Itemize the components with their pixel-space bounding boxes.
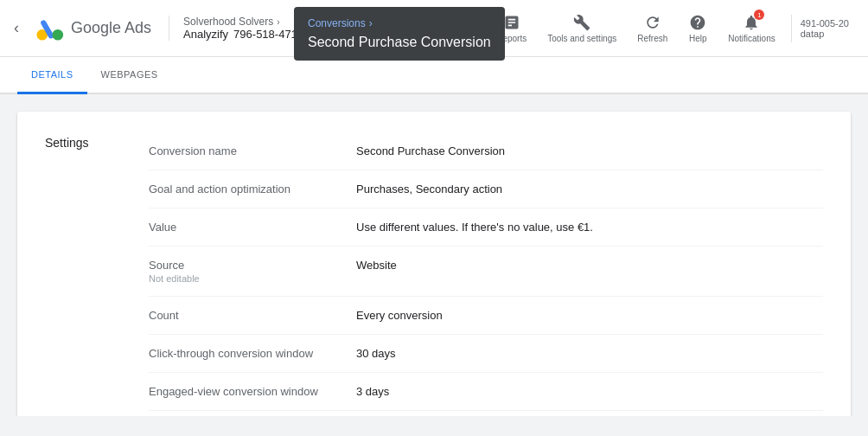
table-row: Conversion name Second Purchase Conversi… — [149, 132, 823, 170]
row-value-count: Every conversion — [356, 309, 823, 322]
row-key-count: Count — [149, 309, 356, 322]
google-ads-icon — [33, 13, 64, 44]
table-row: Count Every conversion — [149, 297, 823, 335]
row-key-conversion-name: Conversion name — [149, 144, 356, 157]
table-row: Source Not editable Website — [149, 247, 823, 297]
table-row: Goal and action optimization Purchases, … — [149, 170, 823, 208]
tools-label: Tools and settings — [547, 34, 616, 43]
app-title: Google Ads — [71, 19, 151, 37]
reports-icon — [502, 13, 521, 32]
table-row: View-through conversion window 1 day — [149, 411, 823, 416]
row-key-value: Value — [149, 221, 356, 234]
row-value-conversion-name: Second Purchase Conversion — [356, 144, 823, 157]
back-button[interactable]: ‹ — [10, 16, 22, 41]
notifications-icon: 1 — [742, 13, 761, 32]
notifications-label: Notifications — [728, 34, 775, 43]
notifications-nav-item[interactable]: 1 Notifications — [719, 8, 783, 48]
account-number: 491-005-20datap — [801, 18, 849, 39]
row-value-source: Website — [356, 259, 823, 272]
breadcrumb-current-page: Second Purchase Conversion — [308, 35, 491, 50]
top-nav: ‹ Google Ads Solverhood Solvers › Analyz… — [0, 0, 868, 57]
refresh-icon — [643, 13, 662, 32]
account-badge: 491-005-20datap — [791, 15, 858, 42]
sub-tabs: DETAILS WEBPAGES — [0, 57, 868, 94]
google-ads-logo: Google Ads — [29, 13, 162, 44]
help-icon — [688, 13, 707, 32]
tab-details[interactable]: DETAILS — [17, 57, 87, 94]
row-value-engaged: 3 days — [356, 385, 823, 398]
settings-card: Settings Conversion name Second Purchase… — [17, 112, 851, 416]
notification-count: 1 — [754, 10, 764, 20]
breadcrumb-parent-link[interactable]: Conversions › — [308, 17, 491, 29]
row-key-click-through: Click-through conversion window — [149, 347, 356, 360]
row-key-source: Source Not editable — [149, 259, 356, 284]
settings-table: Conversion name Second Purchase Conversi… — [149, 132, 823, 416]
row-value-click-through: 30 days — [356, 347, 823, 360]
main-content: Settings Conversion name Second Purchase… — [0, 94, 868, 416]
row-value-goal: Purchases, Secondary action — [356, 183, 823, 196]
table-row: Value Use different values. If there's n… — [149, 208, 823, 247]
row-key-engaged: Engaged-view conversion window — [149, 385, 356, 398]
settings-card-wrapper: Settings Conversion name Second Purchase… — [17, 112, 851, 416]
tools-nav-item[interactable]: Tools and settings — [539, 8, 625, 48]
help-nav-item[interactable]: Help — [680, 8, 716, 48]
breadcrumb-chevron-icon: › — [369, 17, 373, 29]
refresh-nav-item[interactable]: Refresh — [629, 8, 676, 48]
source-sub-text: Not editable — [149, 273, 356, 284]
chevron-icon: › — [277, 17, 279, 27]
refresh-label: Refresh — [637, 34, 667, 43]
help-label: Help — [689, 34, 707, 43]
settings-section-label: Settings — [45, 132, 114, 416]
row-key-goal: Goal and action optimization — [149, 183, 356, 196]
breadcrumb-popup: Conversions › Second Purchase Conversion — [294, 7, 505, 61]
table-row: Click-through conversion window 30 days — [149, 335, 823, 373]
tab-webpages[interactable]: WEBPAGES — [87, 57, 172, 94]
table-row: Engaged-view conversion window 3 days — [149, 373, 823, 411]
svg-point-2 — [53, 29, 64, 40]
row-value-value: Use different values. If there's no valu… — [356, 221, 823, 234]
tools-icon — [572, 13, 591, 32]
